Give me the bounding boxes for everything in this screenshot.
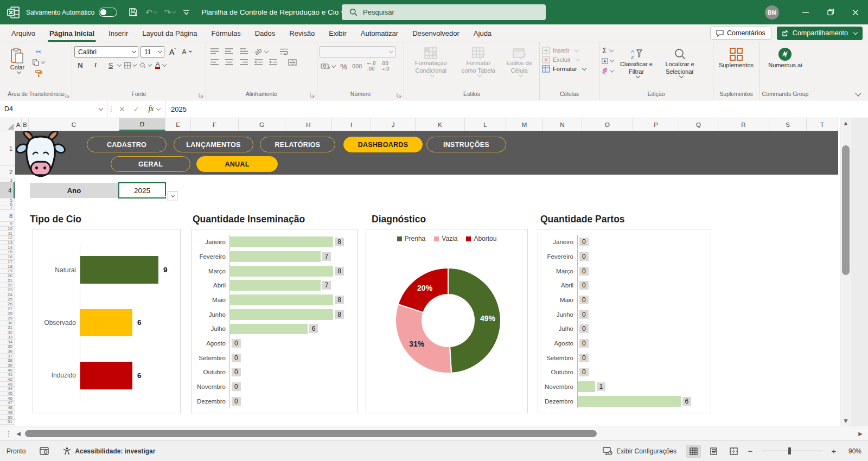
increase-font-icon[interactable]: Aˆ [167,47,178,57]
orientation-icon[interactable]: ab [253,46,263,56]
nav-button-dashboards[interactable]: DASHBOARDS [343,137,423,152]
scroll-right-arrow[interactable]: ▶ [856,431,865,437]
row-header-5[interactable]: 5 [0,199,15,202]
horizontal-scrollbar[interactable] [25,430,854,437]
row-header-42[interactable]: 42 [0,377,15,382]
merge-center-icon[interactable] [288,59,297,66]
row-header-50[interactable]: 50 [0,415,15,420]
row-header-11[interactable]: 11 [0,231,15,236]
zoom-slider[interactable] [762,451,822,451]
number-format-select[interactable] [320,46,395,57]
tab-exibir[interactable]: Exibir [322,24,354,42]
zoom-in-button[interactable]: + [830,446,838,456]
year-value-cell[interactable]: 2025 [118,182,166,199]
undo-icon[interactable]: ↶ [145,8,157,17]
tab-dados[interactable]: Dados [248,24,283,42]
vertical-scrollbar[interactable]: ▲ ▼ [840,118,851,426]
nav-button-relatórios[interactable]: RELATÓRIOS [260,137,335,152]
format-cells-button[interactable]: Formatar [542,65,586,73]
column-header-F[interactable]: F [191,118,239,131]
underline-button[interactable]: S [105,60,117,70]
row-header-28[interactable]: 28 [0,311,15,316]
minimize-button[interactable] [793,0,818,24]
accounting-format-icon[interactable] [321,63,330,70]
row-header-14[interactable]: 14 [0,245,15,250]
column-header-H[interactable]: H [285,118,332,131]
sheet-tabs-handle[interactable]: ⋮ [3,430,14,438]
column-header-J[interactable]: J [371,118,416,131]
scroll-down-arrow[interactable]: ▼ [840,416,851,426]
row-header-16[interactable]: 16 [0,255,15,260]
macro-record-icon[interactable] [40,447,49,455]
search-box[interactable]: Pesquisar [342,4,546,20]
cut-icon[interactable]: ✂ [33,47,44,56]
row-header-51[interactable]: 51 [0,420,15,425]
tab-revisão[interactable]: Revisão [282,24,322,42]
row-header-19[interactable]: 19 [0,269,15,274]
restore-button[interactable] [818,0,843,24]
insert-function-icon[interactable]: fx [143,100,165,118]
collapse-ribbon-icon[interactable] [855,90,861,96]
nav-button-lançamentos[interactable]: LANÇAMENTOS [174,137,253,152]
copy-icon[interactable] [33,57,44,67]
increase-decimal-icon[interactable]: ←.0.00 [367,61,376,72]
nav-button-instruções[interactable]: INSTRUÇÕES [426,137,506,152]
column-header-S[interactable]: S [769,118,807,131]
column-header-O[interactable]: O [582,118,633,131]
row-header-3[interactable]: 3 [0,178,15,182]
row-header-31[interactable]: 31 [0,325,15,330]
zoom-level[interactable]: 90% [843,447,861,455]
wrap-text-icon[interactable] [280,48,288,55]
year-dropdown-button[interactable] [168,191,177,201]
column-header-K[interactable]: K [416,118,465,131]
font-dialog-launcher-icon[interactable] [199,93,203,98]
row-header-37[interactable]: 37 [0,354,15,358]
row-header-49[interactable]: 49 [0,411,15,415]
sort-filter-button[interactable]: AZ Classificar e Filtrar [617,46,656,80]
fill-handle[interactable] [164,196,167,199]
chart-diagnostico[interactable]: PrenhaVaziaAbortou49%31%20% [366,229,528,413]
row-header-15[interactable]: 15 [0,250,15,255]
column-header-T[interactable]: T [807,118,838,131]
share-button[interactable]: Compartilhamento [777,27,863,40]
select-all-corner[interactable] [0,118,15,131]
row-header-39[interactable]: 39 [0,363,15,368]
column-header-B[interactable]: B [22,118,29,131]
autosum-icon[interactable]: Σ [602,46,614,55]
chart-quantidade-inseminacao[interactable]: Janeiro8Fevereiro7Março8Abril7Maio8Junho… [191,229,358,413]
nav-button-geral[interactable]: GERAL [111,156,190,172]
align-left-icon[interactable] [210,59,219,66]
row-header-29[interactable]: 29 [0,316,15,321]
decrease-font-icon[interactable]: A [181,47,193,57]
column-header-L[interactable]: L [465,118,506,131]
tab-layout-da-página[interactable]: Layout da Página [135,24,204,42]
redo-icon[interactable]: ↷ [164,8,176,17]
row-header-24[interactable]: 24 [0,292,15,297]
italic-button[interactable]: I [90,60,101,70]
font-size-select[interactable]: 11 [141,46,164,57]
row-header-47[interactable]: 47 [0,401,15,406]
scroll-up-arrow[interactable]: ▲ [840,118,851,128]
row-header-27[interactable]: 27 [0,306,15,311]
document-title[interactable]: Planilha de Controle de Reprodução e Cio [201,8,344,16]
column-header-C[interactable]: C [29,118,119,131]
row-header-17[interactable]: 17 [0,260,15,265]
addins-button[interactable]: Suplementos [716,44,757,72]
chart-quantidade-partos[interactable]: Janeiro0Fevereiro0Março0Abril0Maio0Junho… [538,229,711,413]
page-break-view-button[interactable] [726,445,741,458]
column-header-E[interactable]: E [165,118,191,131]
close-button[interactable] [843,0,868,24]
row-header-41[interactable]: 41 [0,373,15,377]
decrease-indent-icon[interactable] [254,59,263,66]
cancel-entry-icon[interactable]: ✕ [115,100,129,118]
tab-automatizar[interactable]: Automatizar [354,24,405,42]
font-color-icon[interactable]: A [155,60,167,70]
decrease-decimal-icon[interactable]: .00→.0 [381,61,390,72]
page-layout-view-button[interactable] [706,445,721,458]
row-header-2[interactable]: 2 [0,166,15,178]
tab-fórmulas[interactable]: Fórmulas [205,24,248,42]
row-header-32[interactable]: 32 [0,330,15,335]
nav-button-anual[interactable]: ANUAL [196,156,278,172]
cell-styles-button[interactable]: Estilos de Célula [501,44,537,79]
row-header-4[interactable]: 4 [0,182,15,199]
